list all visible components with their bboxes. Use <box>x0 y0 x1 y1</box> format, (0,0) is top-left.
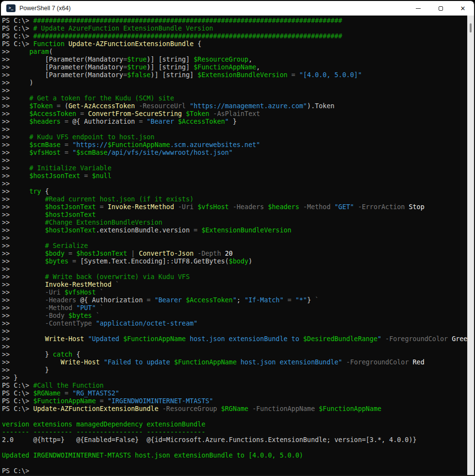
code-segment: >> <box>2 118 29 125</box>
code-segment: -ResourceUrl <box>135 102 190 110</box>
code-segment: $AccessToken <box>178 118 225 125</box>
terminal-line: >> # Get a token for the Kudu (SCM) site <box>2 95 467 102</box>
code-segment: "Updated <box>88 335 123 343</box>
code-segment: version extensions managedDependency ext… <box>2 421 205 428</box>
terminal-line: ------- ---------- ----------------- ---… <box>2 428 467 436</box>
code-segment: #Call the Function <box>33 382 104 389</box>
code-segment: >> <box>2 211 45 218</box>
code-segment: } <box>307 296 315 304</box>
code-segment: ` <box>112 281 119 288</box>
code-segment: -AsPlainText <box>209 110 260 117</box>
titlebar: >_ PowerShell 7 (x64) ✕ <box>1 1 474 16</box>
terminal-line: >> #Change ExtensionBundleVersion <box>2 219 467 227</box>
terminal-line: >> } catch { <box>2 351 467 359</box>
code-segment: $FunctionAppName <box>194 64 256 71</box>
code-segment: { <box>194 40 201 48</box>
code-segment: $hostJsonText <box>76 250 127 257</box>
code-segment: >> <box>2 250 45 257</box>
code-segment: Function <box>33 40 65 48</box>
code-segment: >> <box>2 141 29 148</box>
terminal-line: >> -Headers @{ Authorization = "Bearer $… <box>2 296 467 304</box>
code-segment: @{ Authorization <box>72 118 139 125</box>
code-segment: = <box>61 149 72 156</box>
code-segment: = <box>139 118 147 125</box>
code-segment: >> <box>2 48 29 55</box>
code-segment: $bytes <box>45 258 68 265</box>
terminal-line: >> <box>2 343 467 351</box>
code-segment: $ExtensionBundleVersion <box>197 71 287 79</box>
code-segment: , <box>248 56 252 63</box>
code-segment: = <box>123 64 127 71</box>
code-segment: " <box>233 296 237 304</box>
terminal-line: >> Write-Host "Failed to update $Functio… <box>2 359 467 366</box>
code-segment: >> <box>2 273 45 280</box>
code-segment: /api/vfs/site/wwwroot/host.json" <box>108 149 233 156</box>
code-segment: Write-Host <box>45 335 84 343</box>
code-segment: -Headers <box>229 203 268 211</box>
code-segment: >> <box>2 289 45 296</box>
terminal-line: >> # Write back (overwrite) via Kudu VFS <box>2 273 467 281</box>
scrollbar-thumb[interactable] <box>470 23 472 33</box>
code-segment: PS C:\> <box>2 397 33 405</box>
terminal-line: >> [Parameter(Mandatory=$true)] [string]… <box>2 64 467 71</box>
terminal-line: >> } <box>2 366 467 374</box>
code-segment: " <box>377 335 381 343</box>
code-segment: >> } <box>2 351 53 358</box>
code-segment: Invoke-RestMethod <box>108 203 174 211</box>
code-segment: ConvertFrom-SecureString <box>88 110 181 117</box>
code-segment: 20 <box>225 250 233 257</box>
minimize-icon <box>416 8 421 9</box>
code-segment: " <box>225 118 229 125</box>
code-segment: )] [string] <box>147 64 194 71</box>
terminal-line: >> <box>2 126 467 133</box>
code-segment: $headers <box>29 118 61 125</box>
code-segment: $DesiredBundleRange <box>303 335 377 343</box>
code-segment: $scmBase <box>29 141 61 148</box>
code-segment: ` <box>96 304 104 312</box>
code-segment <box>100 359 104 366</box>
code-segment: $true <box>127 56 147 63</box>
code-segment: { <box>41 188 49 195</box>
code-segment: PS C:\> <box>2 382 33 389</box>
code-segment: >> <box>2 281 45 288</box>
code-segment: Stop <box>409 203 425 211</box>
code-segment: # Initialize Variable <box>29 164 111 172</box>
code-segment: $FunctionAppName <box>319 405 381 412</box>
code-segment: $ExtensionBundleVersion <box>201 227 291 234</box>
code-segment: { <box>72 351 80 358</box>
code-segment: >> <box>2 227 45 234</box>
code-segment: Get-AzAccessToken <box>68 102 135 110</box>
code-segment: "Failed to update <box>104 359 174 366</box>
code-segment: $hostJsonText <box>45 203 96 211</box>
code-segment: Updated IRGENDWOIMINTERNET-MTASTS host.j… <box>2 452 303 459</box>
code-segment: "*" <box>295 296 307 304</box>
scrollbar[interactable] <box>467 16 474 475</box>
code-segment: -ForegroundColor <box>381 335 452 343</box>
code-segment: >> <box>2 87 10 94</box>
minimize-button[interactable] <box>407 1 429 16</box>
code-segment: >> <box>2 180 10 187</box>
code-segment: = <box>96 203 108 211</box>
code-segment: >> <box>2 343 10 350</box>
code-segment: $vfsHost <box>29 149 61 156</box>
code-segment: ` <box>96 289 104 296</box>
code-segment: param <box>29 48 49 55</box>
code-segment: >> ) <box>2 79 33 86</box>
code-segment: = <box>96 397 108 405</box>
terminal-line: PS C:\> ################################… <box>2 33 467 40</box>
code-segment: $headers <box>268 203 299 211</box>
terminal-line: >> [Parameter(Mandatory=$true)] [string]… <box>2 56 467 64</box>
terminal-viewport[interactable]: PS C:\> ################################… <box>1 16 474 475</box>
maximize-icon <box>439 6 443 11</box>
code-segment: >> <box>2 312 45 319</box>
code-segment: # Update AzureFunction ExtensionBundle V… <box>33 25 213 32</box>
code-segment: >> <box>2 335 45 343</box>
terminal-line: >> Write-Host "Updated $FunctionAppName … <box>2 335 467 343</box>
terminal-line: PS C:\> Function Update-AZFunctionExtens… <box>2 40 467 48</box>
maximize-button[interactable] <box>429 1 452 16</box>
close-button[interactable]: ✕ <box>452 1 474 16</box>
terminal-line: >> } <box>2 374 467 382</box>
terminal-line: PS C:\> # Update AzureFunction Extension… <box>2 25 467 33</box>
code-segment: PS C:\> <box>2 40 33 48</box>
code-segment: >> <box>2 265 10 273</box>
